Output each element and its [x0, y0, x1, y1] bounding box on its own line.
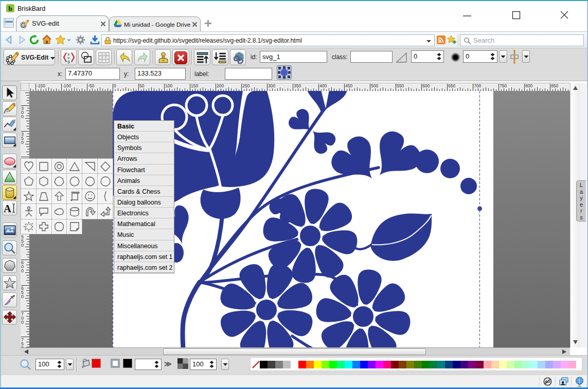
- svg-text:0: 0: [21, 294, 24, 299]
- svg-text:-150: -150: [37, 83, 45, 88]
- svg-text:0: 0: [114, 83, 116, 88]
- svg-text:600: 600: [422, 83, 430, 88]
- svg-text:0: 0: [21, 140, 24, 145]
- svg-text:-100: -100: [62, 83, 71, 88]
- svg-text:300: 300: [268, 83, 275, 88]
- svg-text:A: A: [4, 202, 11, 214]
- svg-text:350: 350: [294, 83, 301, 88]
- svg-text:100: 100: [165, 83, 172, 88]
- svg-text:450: 450: [345, 83, 352, 88]
- svg-text:250: 250: [242, 83, 250, 88]
- svg-text:850: 850: [551, 83, 558, 88]
- svg-text:500: 500: [371, 83, 378, 88]
- svg-text:g: g: [67, 59, 70, 64]
- svg-text:750: 750: [500, 83, 507, 88]
- svg-text:50: 50: [139, 83, 145, 88]
- svg-text:0: 0: [21, 243, 24, 248]
- svg-text:0: 0: [21, 114, 24, 119]
- svg-text:400: 400: [319, 83, 327, 88]
- svg-text:0: 0: [21, 320, 24, 325]
- svg-text:650: 650: [448, 83, 455, 88]
- svg-text:150: 150: [191, 83, 198, 88]
- svg-text:550: 550: [397, 83, 404, 88]
- svg-text:-50: -50: [88, 83, 95, 88]
- svg-text:0: 0: [21, 268, 24, 273]
- svg-text:b: b: [9, 5, 12, 12]
- svg-text:200: 200: [217, 83, 224, 88]
- svg-text:800: 800: [525, 83, 532, 88]
- svg-text:700: 700: [474, 83, 481, 88]
